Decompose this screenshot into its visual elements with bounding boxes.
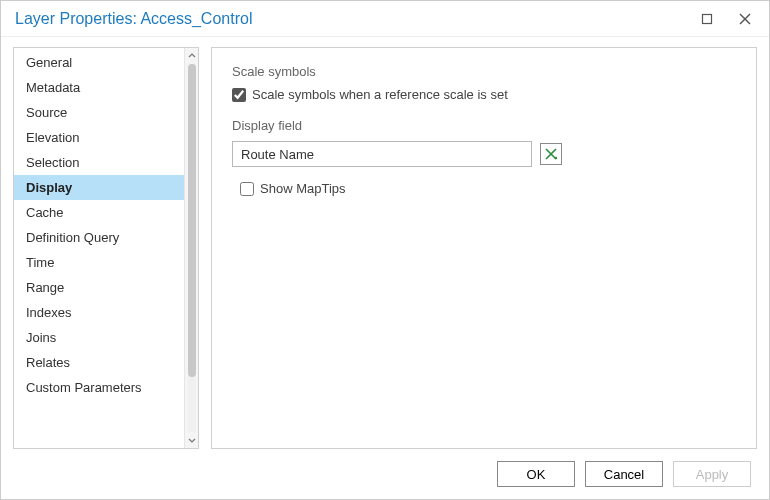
content-panel: Scale symbols Scale symbols when a refer…	[211, 47, 757, 449]
show-maptips-checkbox[interactable]	[240, 182, 254, 196]
sidebar-item-indexes[interactable]: Indexes	[14, 300, 184, 325]
dialog-body: GeneralMetadataSourceElevationSelectionD…	[1, 37, 769, 449]
ok-button[interactable]: OK	[497, 461, 575, 487]
scrollbar-thumb[interactable]	[188, 64, 196, 377]
chevron-down-icon[interactable]	[186, 434, 198, 446]
scale-symbols-checkbox-row[interactable]: Scale symbols when a reference scale is …	[232, 87, 736, 102]
sidebar-scrollbar[interactable]	[184, 48, 198, 448]
sidebar-item-joins[interactable]: Joins	[14, 325, 184, 350]
show-maptips-row[interactable]: Show MapTips	[240, 181, 736, 196]
close-icon	[739, 13, 751, 25]
close-button[interactable]	[735, 9, 755, 29]
scale-symbols-checkbox-label: Scale symbols when a reference scale is …	[252, 87, 508, 102]
maximize-icon	[701, 13, 713, 25]
expression-icon	[544, 147, 558, 161]
scrollbar-track[interactable]	[188, 64, 196, 432]
sidebar-item-definition-query[interactable]: Definition Query	[14, 225, 184, 250]
sidebar-item-relates[interactable]: Relates	[14, 350, 184, 375]
dialog-window: Layer Properties: Access_Control General…	[0, 0, 770, 500]
sidebar-item-elevation[interactable]: Elevation	[14, 125, 184, 150]
display-field-input[interactable]	[232, 141, 532, 167]
sidebar-list: GeneralMetadataSourceElevationSelectionD…	[14, 48, 184, 448]
scale-symbols-heading: Scale symbols	[232, 64, 736, 79]
svg-rect-0	[703, 14, 712, 23]
window-title: Layer Properties: Access_Control	[15, 10, 697, 28]
sidebar-item-cache[interactable]: Cache	[14, 200, 184, 225]
expression-button[interactable]	[540, 143, 562, 165]
apply-button[interactable]: Apply	[673, 461, 751, 487]
sidebar-item-range[interactable]: Range	[14, 275, 184, 300]
display-field-row	[232, 141, 736, 167]
scale-symbols-checkbox[interactable]	[232, 88, 246, 102]
cancel-button[interactable]: Cancel	[585, 461, 663, 487]
sidebar-item-selection[interactable]: Selection	[14, 150, 184, 175]
titlebar: Layer Properties: Access_Control	[1, 1, 769, 37]
window-controls	[697, 9, 761, 29]
chevron-up-icon[interactable]	[186, 50, 198, 62]
show-maptips-label: Show MapTips	[260, 181, 346, 196]
svg-point-5	[555, 157, 557, 159]
dialog-footer: OK Cancel Apply	[1, 449, 769, 499]
sidebar-item-general[interactable]: General	[14, 50, 184, 75]
sidebar-item-time[interactable]: Time	[14, 250, 184, 275]
sidebar-item-metadata[interactable]: Metadata	[14, 75, 184, 100]
display-field-heading: Display field	[232, 118, 736, 133]
sidebar-item-source[interactable]: Source	[14, 100, 184, 125]
sidebar-item-display[interactable]: Display	[14, 175, 184, 200]
maximize-button[interactable]	[697, 9, 717, 29]
category-sidebar: GeneralMetadataSourceElevationSelectionD…	[13, 47, 199, 449]
sidebar-item-custom-parameters[interactable]: Custom Parameters	[14, 375, 184, 400]
